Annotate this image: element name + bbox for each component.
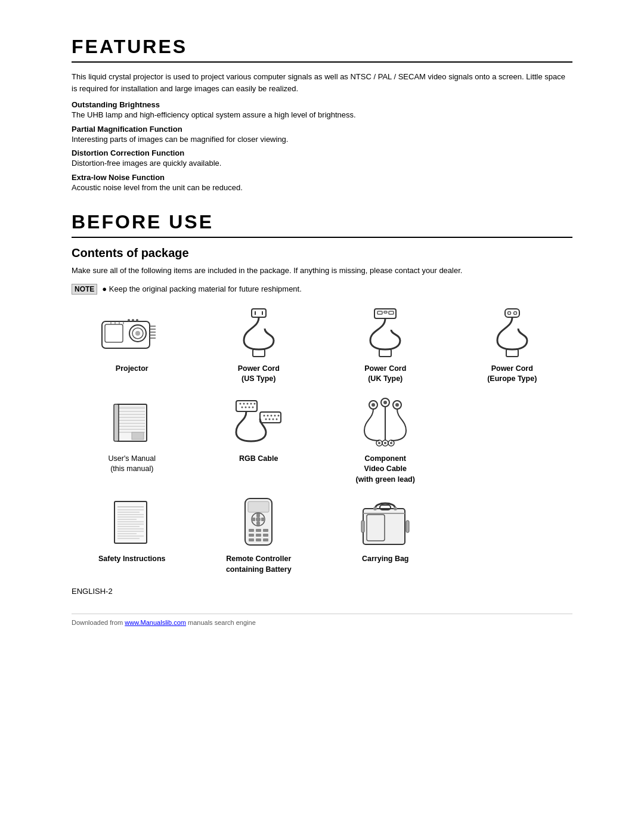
item-safety-instructions-label: Safety Instructions — [98, 554, 166, 565]
svg-rect-102 — [256, 534, 261, 537]
svg-point-58 — [278, 415, 280, 417]
feature-desc-1: Interesting parts of images can be magni… — [72, 134, 572, 145]
note-box: NOTE ● Keep the original packing materia… — [72, 284, 572, 295]
svg-rect-98 — [249, 529, 254, 532]
svg-point-48 — [254, 403, 256, 405]
before-use-section: BEFORE USE Contents of package Make sure… — [72, 211, 572, 575]
svg-point-109 — [394, 507, 397, 510]
item-remote-controller: Remote Controllercontaining Battery — [199, 497, 320, 575]
svg-point-57 — [274, 415, 276, 417]
feature-title-0: Outstanding Brightness — [72, 100, 572, 109]
svg-rect-103 — [263, 534, 268, 537]
item-projector: Projector — [72, 306, 193, 385]
svg-rect-106 — [263, 538, 268, 541]
svg-point-54 — [264, 415, 265, 417]
carrying-bag-icon — [349, 497, 421, 550]
trailing-text: manuals search engine — [186, 619, 256, 626]
svg-rect-101 — [249, 534, 254, 537]
item-users-manual-label: User's Manual(this manual) — [109, 454, 156, 475]
page-number: ENGLISH-2 — [72, 587, 572, 596]
item-remote-controller-label: Remote Controllercontaining Battery — [226, 554, 292, 575]
svg-point-70 — [378, 442, 380, 444]
svg-rect-23 — [384, 311, 387, 313]
svg-rect-114 — [406, 521, 409, 532]
item-empty-2 — [452, 497, 573, 575]
svg-point-64 — [371, 403, 375, 407]
svg-rect-20 — [253, 349, 265, 357]
item-power-cord-us: Power Cord(US Type) — [199, 306, 320, 385]
features-divider — [72, 61, 572, 63]
svg-point-51 — [249, 407, 250, 408]
downloaded-text: Downloaded from — [72, 619, 125, 626]
item-component-video-cable-label: ComponentVideo Cable(with green lead) — [356, 454, 415, 485]
item-empty-1 — [452, 397, 573, 485]
svg-rect-94 — [256, 513, 260, 517]
svg-point-44 — [240, 403, 242, 405]
svg-point-52 — [252, 407, 254, 408]
item-component-video-cable: ComponentVideo Cable(with green lead) — [325, 397, 446, 485]
svg-rect-75 — [114, 501, 147, 543]
svg-rect-97 — [261, 518, 265, 521]
svg-point-45 — [243, 403, 245, 405]
power-cord-europe-icon — [476, 306, 548, 360]
svg-rect-40 — [132, 432, 144, 439]
item-rgb-cable: RGB Cable — [199, 397, 320, 485]
item-projector-label: Projector — [116, 364, 148, 374]
manualslib-link[interactable]: www.Manualslib.com — [125, 619, 186, 626]
svg-point-56 — [271, 415, 273, 417]
item-safety-instructions: Safety Instructions — [72, 497, 193, 575]
svg-rect-24 — [389, 311, 394, 314]
svg-point-28 — [513, 312, 516, 315]
svg-rect-96 — [252, 518, 255, 521]
svg-rect-26 — [505, 309, 519, 317]
svg-rect-25 — [379, 349, 391, 357]
svg-point-46 — [247, 403, 249, 405]
features-intro: This liquid crystal projector is used to… — [72, 71, 572, 94]
safety-instructions-icon — [96, 497, 168, 550]
svg-point-61 — [273, 419, 274, 420]
item-users-manual: User's Manual(this manual) — [72, 397, 193, 485]
item-power-cord-uk: Power Cord(UK Type) — [325, 306, 446, 385]
feature-extra-low-noise: Extra-low Noise Function Acoustic noise … — [72, 173, 572, 194]
svg-point-50 — [245, 407, 247, 408]
item-carrying-bag: Carrying Bag — [325, 497, 446, 575]
footer: ENGLISH-2 — [72, 587, 572, 596]
feature-title-3: Extra-low Noise Function — [72, 173, 572, 182]
features-section: FEATURES This liquid crystal projector i… — [72, 36, 572, 193]
svg-point-60 — [269, 419, 271, 420]
svg-rect-41 — [114, 404, 119, 441]
downloaded-from-bar: Downloaded from www.Manualslib.com manua… — [72, 614, 572, 627]
feature-partial-magnification: Partial Magnification Function Interesti… — [72, 125, 572, 145]
svg-point-108 — [373, 507, 377, 510]
rgb-cable-icon — [223, 397, 295, 450]
svg-rect-17 — [252, 309, 266, 317]
svg-point-59 — [265, 419, 267, 420]
svg-point-55 — [267, 415, 269, 417]
contents-package-title: Contents of package — [72, 246, 572, 260]
svg-rect-105 — [256, 538, 261, 541]
remote-controller-icon — [223, 497, 295, 550]
projector-icon — [96, 306, 168, 360]
component-video-cable-icon — [349, 397, 421, 450]
power-cord-uk-icon — [349, 306, 421, 360]
item-power-cord-europe: Power Cord(Europe Type) — [452, 306, 573, 385]
svg-rect-42 — [236, 401, 257, 411]
features-title: FEATURES — [72, 36, 572, 58]
item-power-cord-us-label: Power Cord(US Type) — [238, 364, 280, 385]
svg-rect-1 — [105, 324, 123, 342]
package-intro: Make sure all of the following items are… — [72, 265, 572, 277]
svg-rect-91 — [248, 501, 269, 512]
before-use-divider — [72, 237, 572, 238]
svg-rect-22 — [377, 311, 382, 314]
svg-rect-95 — [256, 522, 260, 525]
package-items-grid: Projector Power Cord(US Type) — [72, 306, 572, 575]
feature-desc-0: The UHB lamp and high-efficiency optical… — [72, 109, 572, 121]
svg-point-66 — [383, 401, 387, 404]
feature-title-1: Partial Magnification Function — [72, 125, 572, 134]
svg-rect-113 — [361, 521, 364, 532]
feature-distortion-correction: Distortion Correction Function Distortio… — [72, 148, 572, 169]
svg-point-49 — [242, 407, 243, 408]
item-power-cord-uk-label: Power Cord(UK Type) — [364, 364, 406, 385]
svg-point-47 — [250, 403, 252, 405]
svg-rect-99 — [256, 529, 261, 532]
